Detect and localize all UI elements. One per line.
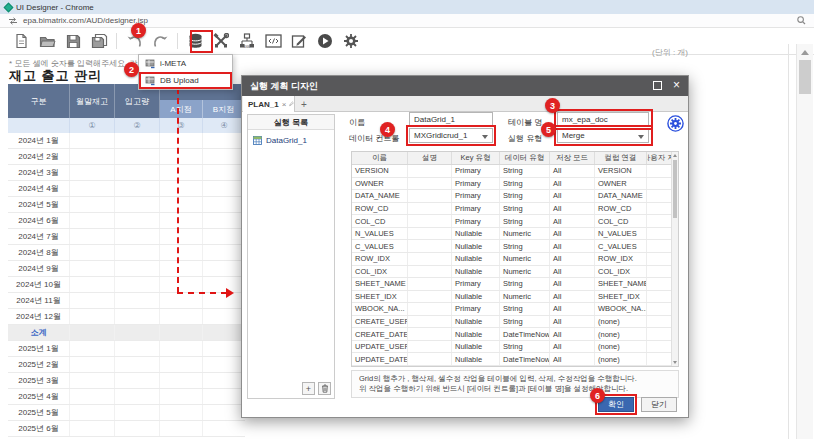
table-row[interactable]: 2025년 6월 [8,421,245,437]
cell-branch-b[interactable] [203,389,245,404]
grid-scrollbar[interactable] [671,152,678,366]
cell-ipgo[interactable] [115,149,160,164]
cell-wolmal[interactable] [70,357,115,372]
cell-wolmal[interactable] [70,229,115,244]
table-row[interactable]: 2025년 1월 [8,341,245,357]
cell-ipgo[interactable] [115,389,160,404]
tab-plan-1[interactable]: PLAN_1 × [243,96,295,112]
close-icon[interactable]: × [673,78,680,93]
save-icon[interactable] [60,30,86,52]
grid-row[interactable]: SHEET_NAME Primary String All SHEET_NAME [352,278,678,291]
cell-wolmal[interactable] [70,149,115,164]
menu-item-imeta[interactable]: i-META [139,55,232,72]
cell-wolmal[interactable] [70,341,115,356]
grid-row[interactable]: OWNER Primary String All OWNER [352,178,678,191]
save-all-icon[interactable] [86,30,112,52]
cell-branch-a[interactable] [160,277,203,292]
cell-wolmal[interactable] [70,421,115,436]
grid-scroll-thumb[interactable] [673,160,677,218]
hierarchy-icon[interactable]: 666 [234,30,260,52]
table-row[interactable]: 2024년 12월 [8,309,245,325]
grid-col-savemode[interactable]: 저장 모드 [550,152,595,164]
table-row[interactable]: 2024년 7월 [8,229,245,245]
cell-branch-b[interactable] [203,229,245,244]
cell-branch-a[interactable] [160,245,203,260]
cell-branch-a[interactable] [160,405,203,420]
cell-branch-a[interactable] [160,421,203,436]
cell-ipgo[interactable] [115,165,160,180]
cell-branch-a[interactable] [160,373,203,388]
grid-row[interactable]: N_VALUES Nullable Numeric All N_VALUES [352,228,678,241]
cell-branch-b[interactable] [203,325,245,340]
cell-wolmal[interactable] [70,389,115,404]
grid-row[interactable]: WBOOK_NA... Primary String All WBOOK_NA.… [352,303,678,316]
execution-list-item-datagrid[interactable]: DataGrid_1 [248,133,334,147]
scroll-up-icon[interactable] [801,50,809,55]
cell-branch-a[interactable] [160,293,203,308]
add-tab-button[interactable]: + [296,96,312,112]
cell-wolmal[interactable] [70,325,115,340]
cell-ipgo[interactable] [115,373,160,388]
cell-ipgo[interactable] [115,341,160,356]
cell-ipgo[interactable] [115,229,160,244]
table-row[interactable]: 2024년 9월 [8,261,245,277]
cell-wolmal[interactable] [70,245,115,260]
cell-branch-b[interactable] [203,357,245,372]
cell-wolmal[interactable] [70,197,115,212]
cell-wolmal[interactable] [70,373,115,388]
grid-row[interactable]: CREATE_DATE Nullable DateTimeNow All (no… [352,328,678,341]
table-row[interactable]: 2024년 8월 [8,245,245,261]
cell-branch-a[interactable] [160,261,203,276]
grid-row[interactable]: COL_IDX Nullable Numeric All COL_IDX [352,266,678,279]
table-row[interactable]: 소계 [8,325,245,341]
close-button[interactable]: 닫기 [641,397,677,412]
cell-branch-b[interactable] [203,245,245,260]
table-row[interactable]: 2025년 2월 [8,357,245,373]
cell-ipgo[interactable] [115,133,160,148]
cell-branch-a[interactable] [160,357,203,372]
new-file-icon[interactable] [8,30,34,52]
cell-ipgo[interactable] [115,325,160,340]
cell-ipgo[interactable] [115,277,160,292]
table-row[interactable]: 2024년 6월 [8,213,245,229]
scrollbar-thumb[interactable] [799,60,811,94]
cell-branch-b[interactable] [203,261,245,276]
cell-branch-a[interactable] [160,197,203,212]
grid-row[interactable]: CREATE_USER Nullable String All (none) [352,316,678,329]
grid-row[interactable]: UPDATE_DATE Nullable DateTimeNow All (no… [352,353,678,366]
dialog-titlebar[interactable]: 실행 계획 디자인 × [242,76,688,96]
cell-wolmal[interactable] [70,133,115,148]
cell-ipgo[interactable] [115,357,160,372]
grid-col-desc[interactable]: 설명 [408,152,452,164]
cell-branch-b[interactable] [203,405,245,420]
cell-ipgo[interactable] [115,421,160,436]
exec-type-select[interactable]: Merge [557,128,649,143]
cell-branch-a[interactable] [160,149,203,164]
cell-branch-b[interactable] [203,309,245,324]
cell-ipgo[interactable] [115,261,160,276]
cell-branch-a[interactable] [160,133,203,148]
cell-wolmal[interactable] [70,165,115,180]
cell-branch-b[interactable] [203,341,245,356]
cell-branch-a[interactable] [160,309,203,324]
table-row[interactable]: 2024년 5월 [8,197,245,213]
cell-branch-b[interactable] [203,421,245,436]
cell-branch-b[interactable] [203,373,245,388]
cell-branch-b[interactable] [203,293,245,308]
run-icon[interactable] [312,30,338,52]
cell-branch-a[interactable] [160,181,203,196]
table-row[interactable]: 2024년 11월 [8,293,245,309]
grid-row[interactable]: ROW_IDX Nullable Numeric All ROW_IDX [352,253,678,266]
grid-row[interactable]: DATA_NAME Primary String All DATA_NAME [352,190,678,203]
cell-branch-b[interactable] [203,149,245,164]
cell-branch-a[interactable] [160,389,203,404]
redo-icon[interactable] [147,30,173,52]
cell-ipgo[interactable] [115,309,160,324]
settings-icon[interactable] [338,30,364,52]
cell-branch-b[interactable] [203,133,245,148]
cell-branch-b[interactable] [203,277,245,292]
url-bar[interactable]: epa.bimatrix.com/AUD/designer.jsp [0,14,814,28]
cell-ipgo[interactable] [115,405,160,420]
cell-branch-a[interactable] [160,213,203,228]
cell-wolmal[interactable] [70,405,115,420]
